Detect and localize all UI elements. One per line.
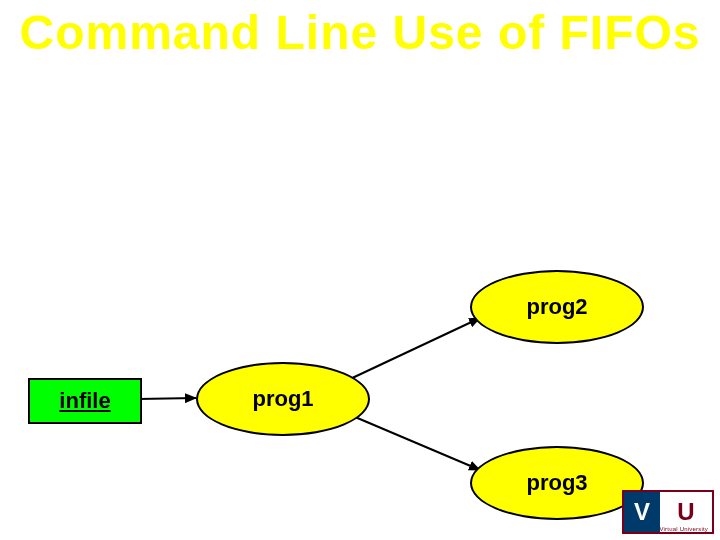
node-infile-label: infile — [59, 388, 110, 414]
logo-u: U — [660, 500, 712, 524]
logo-v: V — [624, 492, 660, 532]
edge-infile-prog1 — [138, 398, 196, 399]
node-prog2-label: prog2 — [526, 294, 587, 320]
slide-title: Command Line Use of FIFOs — [0, 8, 720, 58]
node-prog2: prog2 — [470, 270, 644, 344]
edge-prog1-prog3 — [348, 414, 480, 470]
logo-subtitle: Virtual University — [659, 526, 708, 532]
node-prog1: prog1 — [196, 362, 370, 436]
node-prog1-label: prog1 — [252, 386, 313, 412]
slide: Command Line Use of FIFOs infile prog1 p… — [0, 0, 720, 540]
edge-prog1-prog2 — [348, 318, 480, 380]
node-infile: infile — [28, 378, 142, 424]
logo: V U Virtual University — [622, 490, 714, 534]
node-prog3-label: prog3 — [526, 470, 587, 496]
node-prog3: prog3 — [470, 446, 644, 520]
